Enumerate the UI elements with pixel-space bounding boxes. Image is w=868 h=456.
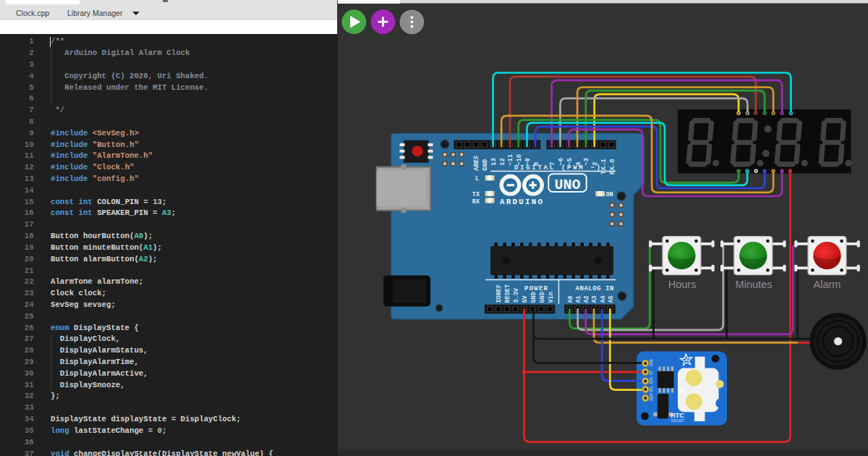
svg-text:TX: TX <box>472 191 480 198</box>
svg-text:~11: ~11 <box>507 153 514 166</box>
svg-text:SQW: SQW <box>650 392 653 401</box>
svg-text:4: 4 <box>575 161 582 166</box>
svg-text:RX: RX <box>472 198 480 206</box>
svg-text:A1: A1 <box>575 295 582 303</box>
svg-text:A0: A0 <box>567 295 574 303</box>
svg-text:IOREF: IOREF <box>495 284 503 303</box>
svg-text:AREF: AREF <box>473 155 480 171</box>
svg-text:ANALOG IN: ANALOG IN <box>576 285 614 292</box>
svg-text:5V: 5V <box>650 371 653 375</box>
svg-text:TX→1: TX→1 <box>600 159 608 174</box>
svg-text:RX←0: RX←0 <box>609 159 616 174</box>
svg-text:DS1307: DS1307 <box>671 418 684 423</box>
svg-text:GND: GND <box>530 292 537 303</box>
svg-text:Minutes: Minutes <box>736 279 773 290</box>
svg-text:Hours: Hours <box>668 279 697 290</box>
svg-text:~5: ~5 <box>566 158 574 166</box>
svg-text:POWER: POWER <box>524 285 548 292</box>
svg-text:SCL: SCL <box>650 386 653 392</box>
svg-text:RESET: RESET <box>504 284 511 303</box>
svg-text:8: 8 <box>533 162 540 166</box>
svg-text:UNO: UNO <box>554 177 580 193</box>
svg-text:~6: ~6 <box>558 158 565 166</box>
svg-text:12: 12 <box>499 158 506 166</box>
svg-text:ON: ON <box>606 191 613 198</box>
svg-text:~3: ~3 <box>583 158 590 166</box>
svg-text:~10: ~10 <box>516 154 523 166</box>
svg-text:2: 2 <box>592 162 599 166</box>
svg-text:GND: GND <box>539 292 546 303</box>
svg-text:RTC: RTC <box>671 412 685 419</box>
svg-text:A5: A5 <box>608 295 615 303</box>
svg-text:13: 13 <box>490 158 498 166</box>
svg-text:GND: GND <box>650 358 653 366</box>
svg-text:7: 7 <box>549 162 556 166</box>
svg-text:Vin: Vin <box>548 292 555 303</box>
svg-text:L: L <box>475 175 479 182</box>
svg-text:3.3V: 3.3V <box>513 287 520 303</box>
svg-text:A3: A3 <box>591 295 598 303</box>
svg-text:Alarm: Alarm <box>814 279 841 290</box>
svg-text:A2: A2 <box>583 295 590 303</box>
svg-text:A4: A4 <box>600 295 607 303</box>
svg-text:~9: ~9 <box>524 158 532 166</box>
svg-text:SDA: SDA <box>650 377 653 384</box>
svg-text:GND: GND <box>482 159 489 171</box>
svg-text:5V: 5V <box>522 295 529 303</box>
